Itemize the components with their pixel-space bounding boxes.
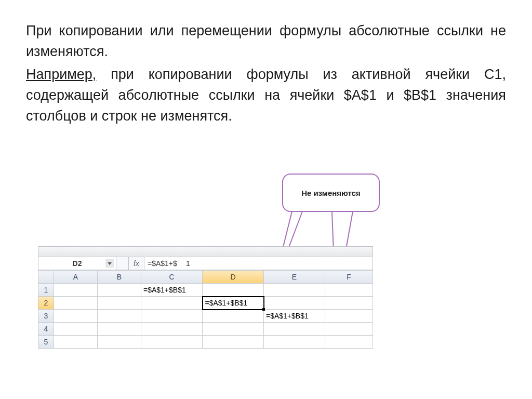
callout-box: Не изменяются	[282, 174, 380, 212]
cell-C2[interactable]	[141, 297, 203, 310]
spreadsheet-grid[interactable]: A B C D E F 1 =$A$1+$B$1 2 =$A$1+$B$1 3	[38, 270, 373, 349]
formula-bar-text-b: 1	[186, 259, 190, 268]
cell-B1[interactable]	[98, 284, 141, 297]
col-header-B[interactable]: B	[98, 271, 141, 284]
cell-E3[interactable]: =$A$1+$B$1	[264, 310, 325, 323]
row-header-5[interactable]: 5	[38, 336, 54, 349]
cell-F3[interactable]	[325, 310, 373, 323]
row-header-2[interactable]: 2	[38, 297, 54, 310]
cell-A1[interactable]	[54, 284, 98, 297]
col-header-F[interactable]: F	[325, 271, 373, 284]
cell-F4[interactable]	[325, 323, 373, 336]
excel-toolbar	[38, 246, 373, 257]
cell-B4[interactable]	[98, 323, 141, 336]
cell-C4[interactable]	[141, 323, 203, 336]
svg-marker-0	[108, 262, 112, 265]
formula-bar-input[interactable]: =$A$1+$B$1	[144, 257, 373, 270]
cell-B2[interactable]	[98, 297, 141, 310]
cell-A4[interactable]	[54, 323, 98, 336]
fx-spacer	[116, 257, 129, 270]
cell-E5[interactable]	[264, 336, 325, 349]
name-box-dropdown-icon[interactable]	[105, 259, 114, 268]
paragraph-2: Например, при копировании формулы из акт…	[26, 64, 506, 127]
cell-D5[interactable]	[203, 336, 264, 349]
cell-F5[interactable]	[325, 336, 373, 349]
row-header-3[interactable]: 3	[38, 310, 54, 323]
cell-E4[interactable]	[264, 323, 325, 336]
cell-A2[interactable]	[54, 297, 98, 310]
paragraph-2-body: при копировании формулы из активной ячей…	[26, 66, 506, 124]
cell-D2-active[interactable]: =$A$1+$B$1	[203, 297, 264, 310]
cell-A3[interactable]	[54, 310, 98, 323]
cell-B3[interactable]	[98, 310, 141, 323]
col-header-E[interactable]: E	[264, 271, 325, 284]
cell-E2[interactable]	[264, 297, 325, 310]
cell-C3[interactable]	[141, 310, 203, 323]
col-header-C[interactable]: C	[141, 271, 203, 284]
cell-E1[interactable]	[264, 284, 325, 297]
cell-D3[interactable]	[203, 310, 264, 323]
name-box-value: D2	[73, 259, 82, 268]
name-box[interactable]: D2	[38, 257, 116, 270]
cell-B5[interactable]	[98, 336, 141, 349]
row-header-4[interactable]: 4	[38, 323, 54, 336]
cell-F1[interactable]	[325, 284, 373, 297]
paragraph-1: При копировании или перемещении формулы …	[26, 21, 506, 62]
select-all-corner[interactable]	[38, 271, 54, 284]
cell-D4[interactable]	[203, 323, 264, 336]
cell-A5[interactable]	[54, 336, 98, 349]
callout-text: Не изменяются	[301, 189, 361, 197]
excel-screenshot: D2 fx =$A$1+$B$1 A B C D E F 1 =$	[38, 246, 373, 349]
formula-bar-row: D2 fx =$A$1+$B$1	[38, 257, 373, 270]
fx-icon[interactable]: fx	[129, 257, 144, 270]
cell-C1[interactable]: =$A$1+$B$1	[141, 284, 203, 297]
col-header-D[interactable]: D	[203, 271, 264, 284]
formula-bar-text-a: =$A$1+$	[148, 259, 177, 268]
example-word: Например,	[26, 66, 96, 82]
row-header-1[interactable]: 1	[38, 284, 54, 297]
cell-F2[interactable]	[325, 297, 373, 310]
cell-C5[interactable]	[141, 336, 203, 349]
col-header-A[interactable]: A	[54, 271, 98, 284]
cell-D1[interactable]	[203, 284, 264, 297]
